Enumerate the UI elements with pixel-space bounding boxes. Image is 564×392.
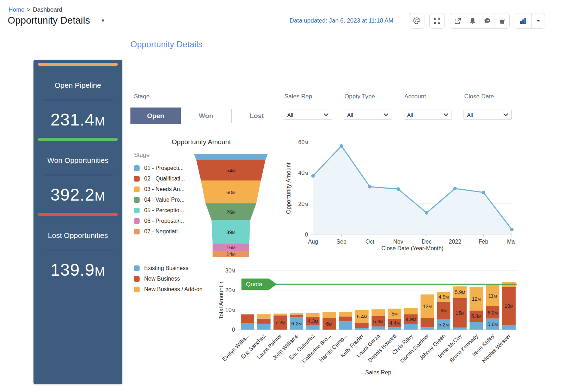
funnel-svg: 54M60M26M39M16M14M	[194, 154, 268, 258]
bar-segment[interactable]	[404, 324, 418, 330]
funnel-legend-items: 01 - Prospecti...02 - Qualificati...03 -…	[134, 165, 185, 234]
bar-segment[interactable]	[470, 322, 483, 330]
legend-item[interactable]: 03 - Needs An...	[134, 186, 185, 192]
data-point[interactable]	[397, 187, 400, 191]
funnel-legend: Stage 01 - Prospecti...02 - Qualificati.…	[134, 152, 185, 239]
data-updated-text: Data updated: Jan 6, 2023 at 11:10 AM	[289, 17, 393, 24]
bar-segment-label: 4.9M	[406, 317, 416, 322]
palette-icon	[412, 17, 421, 25]
oppty-type-select[interactable]: All	[344, 110, 392, 120]
legend-item[interactable]: New Business / Add-on	[134, 287, 202, 292]
kpi-label: Won Opportunities	[33, 156, 122, 165]
title-row: Opportunity Details ▼	[8, 15, 105, 26]
kpi-divider	[43, 175, 113, 175]
bar-segment[interactable]	[502, 325, 516, 330]
legend-item[interactable]: 04 - Value Pro...	[134, 197, 185, 203]
bar-segment[interactable]	[372, 309, 385, 316]
data-point[interactable]	[425, 211, 428, 215]
filter-bar: Sales Rep All Oppty Type All Account All…	[284, 93, 512, 120]
bar-x-label: Harold Camp...	[318, 333, 349, 363]
tab-won[interactable]: Won	[181, 108, 231, 124]
bucket-icon	[498, 17, 506, 25]
bar-segment[interactable]	[388, 327, 401, 330]
y-tick-label: 60M	[298, 139, 308, 145]
bar-segment[interactable]	[355, 323, 369, 328]
area-fill	[313, 146, 512, 234]
comments-button[interactable]	[480, 13, 495, 28]
bar-segment-label: 5.6M	[488, 321, 498, 327]
filter-label: Oppty Type	[344, 93, 392, 100]
kpi-value: 231.4M	[33, 110, 122, 129]
account-select[interactable]: All	[404, 110, 452, 120]
legend-item[interactable]: New Business	[134, 276, 202, 282]
bar-segment[interactable]	[355, 328, 369, 330]
chart-view-button[interactable]	[515, 13, 531, 28]
filter-label: Account	[404, 93, 452, 100]
data-point[interactable]	[340, 144, 343, 148]
view-options-button[interactable]	[531, 13, 545, 28]
y-tick-label: 40M	[298, 170, 308, 176]
share-button[interactable]	[450, 13, 465, 28]
bar-segment[interactable]	[339, 312, 352, 317]
chevron-down-icon	[503, 113, 508, 116]
title-caret-down-icon[interactable]: ▼	[100, 18, 105, 23]
data-point[interactable]	[510, 228, 514, 231]
bar-segment[interactable]	[257, 324, 271, 330]
bar-segment[interactable]	[274, 314, 287, 316]
bar-segment[interactable]	[290, 313, 303, 315]
bar-segment[interactable]	[339, 317, 352, 321]
bar-segment[interactable]	[339, 321, 352, 330]
bar-x-label: Doroth Gardner	[399, 333, 430, 364]
bar-segment[interactable]	[421, 318, 434, 327]
bar-segment[interactable]	[241, 323, 254, 330]
close-date-select[interactable]: All	[464, 110, 512, 120]
bar-segment[interactable]	[290, 314, 303, 317]
bar-segment[interactable]	[372, 326, 385, 330]
bar-segment[interactable]	[257, 314, 271, 318]
legend-swatch	[134, 218, 140, 224]
tab-open[interactable]: Open	[130, 108, 181, 124]
y-tick-label: 10M	[225, 307, 235, 313]
legend-item[interactable]: 05 - Perceptio...	[134, 208, 185, 213]
bar-segment[interactable]	[404, 308, 418, 314]
data-point[interactable]	[453, 187, 457, 190]
tab-lost[interactable]: Lost	[232, 108, 282, 124]
legend-label: 01 - Prospecti...	[144, 165, 184, 171]
legend-swatch	[134, 265, 140, 271]
funnel-chart: 54M60M26M39M16M14M	[194, 154, 268, 259]
bar-segment[interactable]	[421, 327, 434, 330]
expand-button[interactable]	[429, 13, 445, 29]
bar-segment[interactable]	[241, 314, 254, 323]
sales-rep-select[interactable]: All	[284, 110, 332, 120]
bar-segment[interactable]	[453, 327, 467, 330]
bar-segment[interactable]	[306, 325, 320, 330]
filter-label: Sales Rep	[284, 93, 332, 100]
bar-chart-ylabel: Total Amount ↑	[218, 281, 224, 319]
breadcrumb-home-link[interactable]: Home	[8, 6, 24, 13]
bar-segment[interactable]	[323, 312, 336, 318]
chat-icon	[483, 17, 491, 25]
funnel-segment[interactable]	[194, 154, 268, 160]
trend-line-chart: 020M40M60MAugSepOctNovDec2022FebMarOppor…	[282, 137, 515, 255]
data-point[interactable]	[482, 191, 485, 194]
notifications-button[interactable]	[465, 13, 480, 28]
legend-label: 05 - Perceptio...	[144, 207, 184, 214]
window-title: Opportunity Details	[8, 15, 90, 26]
data-point[interactable]	[311, 174, 315, 178]
funnel-chart-title: Opportunity Amount	[155, 138, 247, 146]
bar-segment[interactable]	[257, 319, 271, 324]
bar-segment[interactable]	[306, 313, 320, 317]
bar-legend-items: Existing BusinessNew BusinessNew Busines…	[134, 265, 202, 292]
bar-segment-label: 7.2M	[275, 320, 285, 325]
palette-button[interactable]	[409, 13, 424, 29]
legend-item[interactable]: 01 - Prospecti...	[134, 165, 185, 171]
bucket-button[interactable]	[495, 13, 509, 28]
breadcrumb-separator: >	[27, 6, 30, 13]
bar-segment-label: 5.9M	[455, 289, 465, 295]
legend-item[interactable]: 06 - Proposal/...	[134, 218, 185, 224]
legend-item[interactable]: 02 - Qualificati...	[134, 176, 185, 182]
data-point[interactable]	[368, 185, 372, 189]
legend-item[interactable]: 07 - Negotiati...	[134, 229, 185, 234]
bar-segment-label: 5M	[392, 311, 398, 317]
legend-item[interactable]: Existing Business	[134, 265, 202, 271]
